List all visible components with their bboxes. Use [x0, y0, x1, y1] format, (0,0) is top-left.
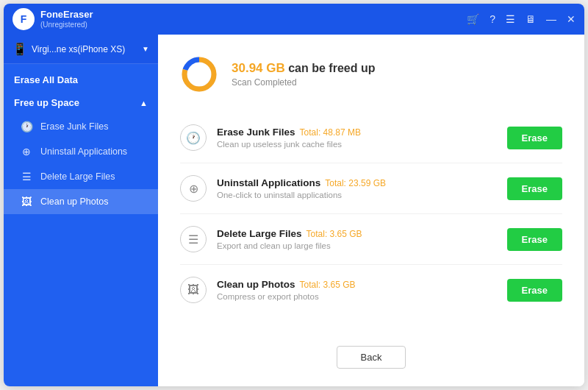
- sidebar-item-label-junk: Erase Junk Files: [40, 121, 108, 132]
- photos-title-line: Clean up Photos Total: 3.65 GB: [217, 279, 497, 290]
- close-button[interactable]: ✕: [567, 13, 576, 25]
- scan-result: 30.94 GB can be freed up Scan Completed: [180, 55, 562, 93]
- scan-info: 30.94 GB can be freed up Scan Completed: [232, 61, 375, 88]
- sidebar-item-label-uninstall: Uninstall Applications: [40, 146, 127, 157]
- junk-files-icon: 🕐: [180, 124, 207, 151]
- photos-name: Clean up Photos: [217, 279, 295, 290]
- junk-files-total: Total: 48.87 MB: [300, 127, 361, 138]
- uninstall-name: Uninstall Applications: [217, 177, 320, 188]
- erase-large-files-button[interactable]: Erase: [507, 228, 562, 251]
- uninstall-info: Uninstall Applications Total: 23.59 GB O…: [217, 177, 497, 199]
- cart-icon[interactable]: 🛒: [467, 13, 479, 25]
- free-up-space-header[interactable]: Free up Space ▲: [4, 91, 158, 114]
- title-bar-left: F FoneEraser (Unregistered): [12, 8, 93, 30]
- sidebar-item-label-photos: Clean up Photos: [40, 196, 108, 207]
- large-files-name: Delete Large Files: [217, 228, 302, 239]
- photos-icon: 🖼: [180, 277, 207, 303]
- erase-uninstall-button[interactable]: Erase: [507, 177, 562, 200]
- large-files-title-line: Delete Large Files Total: 3.65 GB: [217, 228, 497, 239]
- device-selector[interactable]: 📱 Virgi...ne xs(iPhone XS) ▼: [4, 35, 158, 64]
- app-title-text: FoneEraser (Unregistered): [40, 9, 93, 29]
- photos-desc: Compress or export photos: [217, 292, 497, 301]
- monitor-icon[interactable]: 🖥: [526, 13, 536, 25]
- minimize-button[interactable]: —: [546, 13, 556, 25]
- sidebar-item-erase-junk-files[interactable]: 🕐 Erase Junk Files: [4, 114, 158, 139]
- device-icon: 📱: [12, 42, 27, 56]
- chevron-up-icon: ▲: [140, 99, 148, 107]
- junk-files-info: Erase Junk Files Total: 48.87 MB Clean u…: [217, 127, 497, 149]
- menu-icon[interactable]: ☰: [506, 13, 515, 25]
- large-files-total: Total: 3.65 GB: [306, 229, 362, 239]
- app-window: F FoneEraser (Unregistered) 🛒 ? ☰ 🖥 — ✕ …: [4, 4, 584, 386]
- device-name: Virgi...ne xs(iPhone XS): [32, 44, 137, 54]
- large-files-info: Delete Large Files Total: 3.65 GB Export…: [217, 228, 497, 250]
- items-list: 🕐 Erase Junk Files Total: 48.87 MB Clean…: [180, 113, 562, 337]
- erase-photos-button[interactable]: Erase: [507, 279, 562, 302]
- app-name: FoneEraser: [40, 9, 93, 21]
- junk-files-desc: Clean up useless junk cache files: [217, 140, 497, 149]
- uninstall-total: Total: 23.59 GB: [325, 178, 386, 188]
- app-logo: F: [12, 8, 35, 30]
- junk-files-title-line: Erase Junk Files Total: 48.87 MB: [217, 127, 497, 138]
- scan-status: Scan Completed: [232, 77, 375, 88]
- uninstall-desc: One-click to uninstall applications: [217, 191, 497, 199]
- title-bar-right: 🛒 ? ☰ 🖥 — ✕: [467, 13, 576, 25]
- title-bar: F FoneEraser (Unregistered) 🛒 ? ☰ 🖥 — ✕: [4, 4, 584, 35]
- uninstall-icon: ⊕: [180, 175, 207, 202]
- can-free-text: can be freed up: [285, 62, 376, 74]
- sidebar: 📱 Virgi...ne xs(iPhone XS) ▼ Erase All D…: [4, 35, 158, 386]
- sidebar-item-uninstall-applications[interactable]: ⊕ Uninstall Applications: [4, 139, 158, 164]
- content-area: 30.94 GB can be freed up Scan Completed …: [158, 35, 584, 386]
- question-icon[interactable]: ?: [490, 13, 495, 25]
- sidebar-erase-all-data[interactable]: Erase All Data: [4, 64, 158, 91]
- large-files-desc: Export and clean up large files: [217, 241, 497, 250]
- chevron-down-icon: ▼: [142, 45, 149, 53]
- large-files-icon: ☰: [180, 226, 207, 252]
- back-button[interactable]: Back: [337, 346, 406, 369]
- free-up-space-label: Free up Space: [14, 97, 79, 108]
- uninstall-title-line: Uninstall Applications Total: 23.59 GB: [217, 177, 497, 188]
- main-content: 📱 Virgi...ne xs(iPhone XS) ▼ Erase All D…: [4, 35, 584, 386]
- sidebar-item-label-large: Delete Large Files: [40, 171, 115, 182]
- plus-circle-icon: ⊕: [20, 146, 33, 157]
- sidebar-item-cleanup-photos[interactable]: 🖼 Clean up Photos: [4, 189, 158, 214]
- photos-total: Total: 3.65 GB: [300, 280, 356, 290]
- donut-chart: [180, 55, 218, 93]
- gb-amount: 30.94 GB: [232, 61, 285, 75]
- table-row: 🖼 Clean up Photos Total: 3.65 GB Compres…: [180, 265, 562, 315]
- clock-icon: 🕐: [20, 121, 33, 132]
- table-row: ☰ Delete Large Files Total: 3.65 GB Expo…: [180, 214, 562, 265]
- table-row: ⊕ Uninstall Applications Total: 23.59 GB…: [180, 163, 562, 214]
- list-icon: ☰: [20, 171, 33, 182]
- scan-free-text: 30.94 GB can be freed up: [232, 61, 375, 76]
- footer: Back: [180, 337, 562, 372]
- photos-info: Clean up Photos Total: 3.65 GB Compress …: [217, 279, 497, 301]
- photo-icon: 🖼: [20, 196, 33, 208]
- erase-junk-files-button[interactable]: Erase: [507, 127, 562, 149]
- sidebar-item-delete-large-files[interactable]: ☰ Delete Large Files: [4, 164, 158, 189]
- junk-files-name: Erase Junk Files: [217, 127, 295, 138]
- app-subtitle: (Unregistered): [40, 21, 93, 29]
- table-row: 🕐 Erase Junk Files Total: 48.87 MB Clean…: [180, 113, 562, 163]
